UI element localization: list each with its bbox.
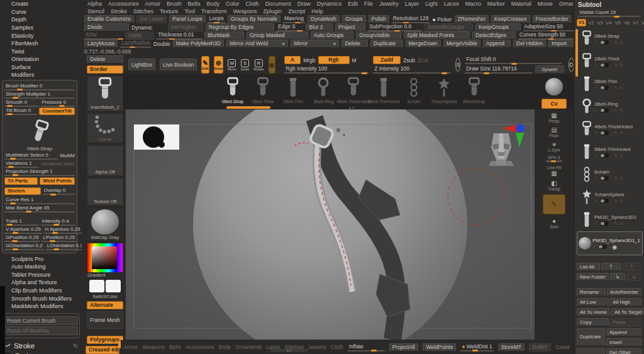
all-low-button[interactable]: All Low [577, 298, 609, 306]
rgb-intensity-slider[interactable]: Rgb Intensity 100 [284, 65, 369, 74]
visibility-toggle[interactable] [600, 153, 609, 158]
brush-thumb-1[interactable]: 1Belt-Thick [248, 77, 278, 104]
focal-shift-slider[interactable]: Focal Shift 0 [465, 56, 562, 64]
sidebar-item-maskmesh-modifiers[interactable]: MaskMesh Modifiers [0, 302, 82, 311]
tab-v5[interactable]: V5 [614, 20, 622, 26]
visibility-toggle[interactable] [600, 176, 609, 180]
picker-radio[interactable]: ● Picker [432, 16, 452, 23]
move-out-folder-button[interactable]: ↳ [626, 273, 641, 281]
h-aperture-slider[interactable]: H Aperture 0.25 [44, 226, 82, 234]
lazyradius-slider[interactable]: LazyRadius [120, 40, 150, 48]
storemt-button[interactable]: StoreMT [498, 343, 525, 351]
menu-dynamics[interactable]: Dynamics [314, 1, 345, 7]
insert-subtool-button[interactable]: Insert [606, 338, 641, 346]
intensity-slider[interactable]: Intensity 0.4 [41, 218, 75, 226]
detectedges-button[interactable]: DetectEdges [472, 31, 516, 40]
groups-button[interactable]: Groups [342, 15, 366, 23]
menu-draw[interactable]: Draw [294, 1, 314, 7]
current-brush-preview[interactable]: 0Belt-Strap [4, 115, 75, 152]
menu-document[interactable]: Document [262, 1, 294, 7]
dynamic-label[interactable]: Dynamic [131, 25, 165, 31]
subtool-title[interactable]: Subtool [574, 0, 644, 8]
rotate-button[interactable]: RRotate [253, 57, 264, 73]
visibility-toggle[interactable] [600, 131, 609, 135]
eye-icon[interactable]: ◉ [612, 245, 617, 250]
menu-laces[interactable]: Laces [441, 1, 462, 7]
live-boolean-button[interactable]: Live Boolean [160, 58, 197, 71]
double-label[interactable]: Double [153, 41, 170, 47]
max-bend-angle-slider[interactable]: Max Bend Angle 45 [4, 205, 75, 213]
alpha-thumb[interactable]: Alpha Off [87, 145, 123, 176]
cv-button[interactable]: Cv [541, 99, 567, 109]
del-hidden-button[interactable]: Del Hidden [513, 40, 546, 48]
multim-label[interactable]: MultiM [60, 153, 75, 158]
mirror-and-weld-button[interactable]: Mirror And Weld ● [226, 40, 288, 48]
crease-button[interactable]: Creas [555, 344, 570, 350]
dynamic-draw-size-button[interactable]: Dynamic [535, 65, 564, 74]
local-symmetry-button[interactable]: ∗L.Sym [548, 141, 560, 152]
lazymouse-button[interactable]: LazyMouse [84, 40, 118, 48]
keepcreases-button[interactable]: KeepCreases [491, 15, 530, 23]
lposition-slider[interactable]: LPosition 0.25 [42, 235, 76, 242]
subtool-row-1[interactable]: 1Belt-Thick ✓▫✎↻ [579, 50, 643, 73]
menu-macro[interactable]: Macro [462, 1, 484, 7]
viewport-canvas[interactable] [126, 109, 535, 340]
subtool-scrollbar[interactable] [575, 29, 578, 77]
draw-button[interactable]: ⊕Draw [214, 56, 223, 74]
groupvisible-button[interactable]: GroupVisible [356, 31, 401, 40]
current-tool-thumb[interactable]: InsertMesh_2 [87, 75, 123, 111]
spix-slider[interactable]: SPix 3 [546, 155, 562, 162]
new-folder-button[interactable]: New Folder [577, 273, 609, 281]
bottom-bar-tab[interactable] [118, 341, 121, 348]
copy-button[interactable]: Copy [577, 318, 609, 326]
menu-edit[interactable]: Edit [345, 1, 361, 7]
tab-v6[interactable]: V6 [623, 20, 631, 26]
sidebar-item-create[interactable]: Create [0, 0, 82, 8]
sidebar-item-depth[interactable]: Depth [0, 16, 82, 24]
sdiv-slider[interactable]: SDiv [84, 31, 123, 40]
divide-button[interactable]: Divide [84, 23, 129, 31]
matcap-thumb[interactable]: MatCap Gray [87, 207, 123, 241]
brush-thumb-5[interactable]: 5Belt-ThinHoled [369, 77, 399, 104]
lightbox-button[interactable]: LightBox [128, 58, 155, 71]
subtool-row-7[interactable]: 7chainSpikes ✓▫✎↻ [579, 186, 643, 209]
bottom-menu-belts[interactable]: Belts [169, 344, 181, 350]
zsub-label[interactable]: Zsub [403, 57, 415, 64]
sidebar-item-twist[interactable]: Twist [0, 48, 82, 56]
brush-thumb-4[interactable]: 4Belt-ThickHoled [338, 77, 369, 104]
menu-alpha[interactable]: Alpha [84, 1, 105, 7]
visibility-toggle[interactable] [600, 199, 609, 203]
visibility-toggle[interactable] [598, 245, 607, 249]
brush-modifier-slider[interactable]: Brush Modifier 0 [4, 83, 75, 91]
visibility-toggle[interactable] [600, 108, 609, 113]
menu-texture[interactable]: Texture [157, 8, 182, 14]
make-polymesh3d-button[interactable]: Make PolyMesh3D [173, 40, 224, 48]
menu-movie[interactable]: Movie [535, 1, 556, 7]
edit-button[interactable]: ✎Edit [201, 56, 209, 74]
menu-belts[interactable]: Belts [185, 1, 204, 7]
zadd-button[interactable]: Zadd [373, 56, 401, 64]
autoreorder-button[interactable]: AutoReorder [607, 288, 641, 296]
menu-color[interactable]: Color [223, 1, 243, 7]
bottom-menu-accessories[interactable]: Accessories [186, 344, 214, 350]
subtool-row-3[interactable]: 3Belt-Ring ✓▫✎↻ [579, 96, 643, 118]
variations-selector-label[interactable]: Variations Selec [41, 161, 75, 167]
sidebar-item-auto-masking[interactable]: Auto Masking [0, 263, 82, 271]
constant-tilt-button[interactable]: ConstantTilt [39, 108, 75, 115]
curve-res-slider[interactable]: Curve Res 1 [4, 197, 75, 204]
group-masked-button[interactable]: Group Masked [247, 31, 308, 40]
brush-thumb-7[interactable]: 7chainSpikes [429, 77, 459, 104]
resolution-slider[interactable]: Resolution 128 [392, 15, 430, 23]
tray-scrollbar[interactable] [226, 106, 270, 109]
sidebar-item-samples[interactable]: Samples [0, 24, 82, 32]
menu-material[interactable]: Material [508, 1, 535, 7]
secondary-color-swatch[interactable] [106, 280, 121, 292]
blur-button[interactable]: Blur 2 [306, 23, 333, 31]
visibility-toggle[interactable] [600, 221, 609, 226]
menu-tool[interactable]: Tool [182, 8, 199, 14]
move-up-button[interactable]: ⇡ [601, 263, 621, 271]
menu-stroke[interactable]: Stroke [108, 8, 130, 14]
z-intensity-slider[interactable]: Z Intensity 100 [373, 65, 451, 74]
lorientation-slider[interactable]: LOrientation 0.2 [46, 243, 82, 250]
bottom-menu-body[interactable]: Body [219, 344, 231, 350]
